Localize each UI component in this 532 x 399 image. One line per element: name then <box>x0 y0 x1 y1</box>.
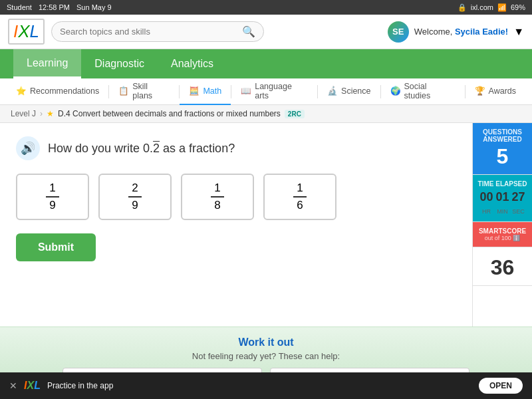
logo-x: X <box>18 21 29 42</box>
numerator-b: 2 <box>128 182 142 198</box>
sub-nav: ⭐ Recommendations 📋 Skill plans 🧮 Math 📖… <box>0 78 532 105</box>
subnav-label: Science <box>341 86 370 96</box>
ixl-logo[interactable]: I X L <box>8 19 45 45</box>
username: Sycila Eadie! <box>455 27 508 37</box>
flask-icon: 🔬 <box>327 86 338 96</box>
time-display: 00 HR 01 MIN 27 SEC <box>475 190 529 216</box>
denominator-a: 9 <box>46 198 59 212</box>
top-nav: I X L 🔍 SE Welcome, Sycila Eadie! ▼ <box>0 15 532 49</box>
subnav-label: Recommendations <box>30 86 99 96</box>
nav-tab-analytics[interactable]: Analytics <box>158 49 227 78</box>
banner-open-button[interactable]: OPEN <box>479 378 523 394</box>
numerator-a: 1 <box>46 182 59 198</box>
breadcrumb-sep: › <box>40 109 43 118</box>
wifi-icon: 📶 <box>497 3 507 12</box>
dropdown-icon[interactable]: ▼ <box>513 26 524 38</box>
avatar[interactable]: SE <box>388 21 409 43</box>
questions-answered-block: Questions answered 5 <box>473 123 532 175</box>
smart-score-value-block: 36 <box>473 247 532 286</box>
green-nav: Learning Diagnostic Analytics <box>0 49 532 78</box>
subnav-science[interactable]: 🔬 Science <box>318 78 380 105</box>
hr-label: HR <box>482 208 491 215</box>
question-area: 🔊 How do you write 0.2 as a fraction? 1 … <box>0 123 472 397</box>
welcome-text: Welcome, Sycila Eadie! <box>414 27 508 37</box>
status-bar: Student 12:58 PM Sun May 9 🔒 ixl.com 📶 6… <box>0 0 532 15</box>
speaker-icon: 🔊 <box>21 141 35 156</box>
avatar-initials: SE <box>392 27 404 37</box>
repeating-digit: 2 <box>153 142 160 155</box>
smart-score-block: SmartScore out of 100 ℹ️ <box>473 222 532 247</box>
banner-logo-l: L <box>34 380 41 392</box>
hours-unit: 00 HR <box>479 190 493 216</box>
subnav-social-studies[interactable]: 🌍 Social studies <box>381 78 465 105</box>
globe-icon: 🌍 <box>390 86 401 96</box>
denominator-c: 8 <box>211 198 224 212</box>
trophy-icon: 🏆 <box>475 86 485 96</box>
fraction-a: 1 9 <box>46 182 59 212</box>
questions-answered-value: 5 <box>475 144 529 169</box>
minutes-unit: 01 MIN <box>495 190 509 216</box>
answer-choices: 1 9 2 9 1 8 1 6 <box>16 174 456 220</box>
breadcrumb-skill: D.4 Convert between decimals and fractio… <box>58 109 281 118</box>
subnav-label: Skill plans <box>132 82 170 100</box>
subnav-label: Awards <box>489 86 516 96</box>
fraction-b: 2 9 <box>128 182 142 212</box>
question-text: 🔊 How do you write 0.2 as a fraction? <box>16 136 456 160</box>
logo-l: L <box>30 21 39 42</box>
choice-c[interactable]: 1 8 <box>181 174 254 220</box>
not-ready-text: Not feeling ready yet? These can help: <box>16 351 516 361</box>
nav-right: SE Welcome, Sycila Eadie! ▼ <box>388 21 524 43</box>
app-banner: ✕ I X L Practice in the app OPEN <box>0 372 532 399</box>
search-icon: 🔍 <box>242 25 255 38</box>
smart-score-label: SmartScore <box>475 227 529 235</box>
star-icon: ⭐ <box>16 86 27 96</box>
subnav-label: Math <box>203 86 221 96</box>
subnav-language-arts[interactable]: 📖 Language arts <box>231 78 317 105</box>
question-prefix: How do you write 0.2 as a fraction? <box>48 142 235 156</box>
breadcrumb-badge: 2RC <box>285 110 305 118</box>
subnav-label: Language arts <box>255 82 308 100</box>
sec-label: SEC <box>512 208 525 215</box>
nav-tab-learning[interactable]: Learning <box>13 49 81 78</box>
breadcrumb-level: Level J <box>11 109 36 118</box>
choice-b[interactable]: 2 9 <box>98 174 172 220</box>
lock-icon: 🔒 <box>458 3 467 12</box>
smart-score-sub: out of 100 ℹ️ <box>475 235 529 241</box>
seconds-value: 27 <box>512 190 525 204</box>
minutes-value: 01 <box>495 190 509 204</box>
book-icon: 📖 <box>241 86 251 96</box>
submit-button[interactable]: Submit <box>16 233 96 261</box>
nav-tab-diagnostic[interactable]: Diagnostic <box>81 49 158 78</box>
denominator-b: 9 <box>128 198 142 212</box>
status-bar-right: 🔒 ixl.com 📶 69% <box>458 3 525 12</box>
subnav-awards[interactable]: 🏆 Awards <box>466 78 525 105</box>
speaker-button[interactable]: 🔊 <box>16 136 40 160</box>
banner-close-button[interactable]: ✕ <box>9 380 17 391</box>
date-label: Sun May 9 <box>76 3 112 11</box>
subnav-math[interactable]: 🧮 Math <box>180 78 231 105</box>
fraction-c: 1 8 <box>211 182 224 212</box>
student-label: Student <box>7 3 32 11</box>
subnav-skill-plans[interactable]: 📋 Skill plans <box>109 78 179 105</box>
subnav-label: Social studies <box>404 82 456 100</box>
fraction-d: 1 6 <box>293 182 307 212</box>
choice-d[interactable]: 1 6 <box>263 174 336 220</box>
battery-label: 69% <box>511 3 525 11</box>
numerator-c: 1 <box>211 182 224 198</box>
banner-text: Practice in the app <box>47 381 472 390</box>
time-label: 12:58 PM <box>39 3 70 11</box>
search-bar[interactable]: 🔍 <box>51 21 264 42</box>
subnav-recommendations[interactable]: ⭐ Recommendations <box>7 78 108 105</box>
search-input[interactable] <box>60 27 237 37</box>
time-elapsed-block: Time elapsed 00 HR 01 MIN 27 SEC <box>473 175 532 222</box>
info-icon[interactable]: ℹ️ <box>513 235 520 241</box>
time-elapsed-label: Time elapsed <box>475 180 529 188</box>
banner-logo-x: X <box>27 380 34 392</box>
work-it-out-title: Work it out <box>16 336 516 348</box>
seconds-unit: 27 SEC <box>512 190 525 216</box>
denominator-d: 6 <box>293 198 307 212</box>
choice-a[interactable]: 1 9 <box>16 174 89 220</box>
smart-score-value: 36 <box>475 255 529 280</box>
breadcrumb-star[interactable]: ★ <box>47 109 54 118</box>
questions-answered-label: Questions answered <box>475 128 529 143</box>
